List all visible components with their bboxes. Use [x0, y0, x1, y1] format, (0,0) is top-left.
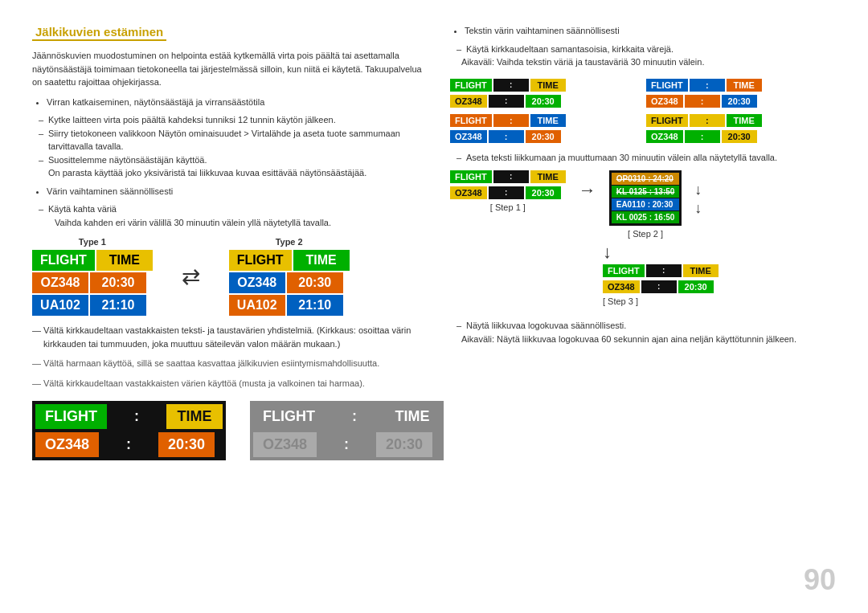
- black-board-time: TIME: [166, 404, 223, 429]
- step1-board: FLIGHT : TIME OZ348 : 20:30: [450, 170, 566, 199]
- type1-2110: 21:10: [90, 295, 146, 316]
- type2-flight-header: FLIGHT: [229, 250, 292, 271]
- warning1: Vältä kirkkaudeltaan vastakkaisten tekst…: [32, 324, 426, 350]
- step2-box: OP0310 : 24:20 KL 0125 : 13:50 EA0110 : …: [609, 170, 682, 239]
- s1-oz: OZ348: [450, 186, 487, 199]
- type2-block: Type 2 FLIGHT TIME OZ348 20:30 UA102 21:…: [229, 237, 350, 316]
- black-board-colon: :: [108, 404, 165, 429]
- type2-oz348: OZ348: [229, 272, 285, 293]
- s1-time: TIME: [530, 170, 566, 183]
- step1-to-step2-arrow: →: [579, 170, 596, 201]
- section2-list: Värin vaihtaminen säännöllisesti: [32, 185, 426, 198]
- s1-colon: :: [493, 170, 529, 183]
- b2-colon: :: [690, 79, 725, 92]
- section2-header: Värin vaihtaminen säännöllisesti: [47, 185, 426, 198]
- s1-colon2: :: [489, 186, 524, 199]
- b1-time2: 20:30: [526, 95, 561, 108]
- type2-2030: 20:30: [287, 272, 343, 293]
- swap-arrow: ⇄: [182, 264, 200, 290]
- black-board: FLIGHT : TIME OZ348 : 20:30: [32, 401, 226, 460]
- b3-colon2: :: [489, 130, 524, 143]
- color-rule-list: Tekstin värin vaihtaminen säännöllisesti: [450, 24, 836, 38]
- type2-time-header: TIME: [293, 250, 350, 271]
- b4-time: TIME: [727, 114, 762, 127]
- bottom-boards: FLIGHT : TIME OZ348 : 20:30 FLIGHT : TIM…: [32, 401, 426, 460]
- step-flow: FLIGHT : TIME OZ348 : 20:30 [ Step 1 ] →: [450, 170, 836, 239]
- b2-flight: FLIGHT: [646, 79, 688, 92]
- mini-board-3: FLIGHT : TIME OZ348 : 20:30: [450, 114, 640, 143]
- s3-colon: :: [646, 264, 682, 277]
- double-arrow1: ↓: [694, 182, 702, 198]
- double-arrow2: ↓: [694, 200, 702, 217]
- step3-board: FLIGHT : TIME OZ348 : 20:30: [603, 264, 719, 293]
- gray-board-flight: FLIGHT: [253, 404, 325, 429]
- logo-rule-section: Näytä liikkuvaa logokuvaa säännöllisesti…: [450, 319, 836, 345]
- b1-flight: FLIGHT: [450, 79, 492, 92]
- b4-oz: OZ348: [646, 130, 683, 143]
- b2-time: TIME: [727, 79, 762, 92]
- type2-2110: 21:10: [287, 295, 343, 316]
- section-title: Jälkikuvien estäminen: [32, 24, 166, 41]
- page-number: 90: [804, 563, 836, 597]
- section2-item2: Vaihda kahden eri värin välillä 30 minuu…: [32, 216, 426, 230]
- left-column: Jälkikuvien estäminen Jäännöskuvien muod…: [32, 24, 426, 589]
- b2-colon2: :: [685, 95, 720, 108]
- type2-board: FLIGHT TIME OZ348 20:30 UA102 21:10: [229, 250, 350, 316]
- b4-colon2: :: [685, 130, 720, 143]
- section1-item2: Siirry tietokoneen valikkoon Näytön omin…: [32, 127, 426, 153]
- boards-grid: FLIGHT : TIME OZ348 : 20:30 FLIGHT : TIM…: [450, 79, 836, 143]
- step2-to-step3-arrow: ↓: [603, 242, 612, 263]
- s3-oz: OZ348: [603, 280, 640, 293]
- step3-label: [ Step 3 ]: [603, 296, 638, 306]
- gray-board-oz348: OZ348: [253, 432, 317, 457]
- b3-time: TIME: [530, 114, 566, 127]
- black-board-flight: FLIGHT: [35, 404, 107, 429]
- b4-flight: FLIGHT: [646, 114, 688, 127]
- s3-2030: 20:30: [678, 280, 714, 293]
- b1-oz: OZ348: [450, 95, 487, 108]
- black-board-2030: 20:30: [158, 432, 215, 457]
- step3-block: ↓ FLIGHT : TIME OZ348 : 20:30 [ Step 3 ]: [603, 242, 836, 306]
- gray-board-colon2: :: [318, 432, 375, 457]
- s1-2030: 20:30: [526, 186, 561, 199]
- b3-time2: 20:30: [526, 130, 561, 143]
- s3-time: TIME: [683, 264, 719, 277]
- s1-flight: FLIGHT: [450, 170, 492, 183]
- arrows-col: ↓ ↓: [694, 170, 702, 217]
- b2-oz: OZ348: [646, 95, 683, 108]
- type1-time-header: TIME: [96, 250, 153, 271]
- gray-board: FLIGHT : TIME OZ348 : 20:30: [250, 401, 444, 460]
- mini-board-2: FLIGHT : TIME OZ348 : 20:30: [646, 79, 836, 108]
- type2-ua102: UA102: [229, 295, 285, 316]
- section1-item1: Kytke laitteen virta pois päältä kahdeks…: [32, 113, 426, 127]
- s2-line1: OP0310 : 24:20: [612, 173, 680, 185]
- black-board-oz348: OZ348: [35, 432, 99, 457]
- s2-line2: KL 0125 : 13:50: [612, 186, 680, 198]
- s2-line3: EA0110 : 20:30: [612, 198, 680, 210]
- b4-colon: :: [690, 114, 725, 127]
- b3-oz: OZ348: [450, 130, 487, 143]
- color-rule-detail: Aikaväli: Vaihda tekstin väriä ja tausta…: [450, 55, 836, 69]
- logo-rule-detail: Aikaväli: Näytä liikkuvaa logokuvaa 60 s…: [450, 333, 836, 346]
- step-rule-text: Aseta teksti liikkumaan ja muuttumaan 30…: [450, 151, 836, 165]
- color-rule-title: Tekstin värin vaihtaminen säännöllisesti: [465, 24, 836, 38]
- step1-box: FLIGHT : TIME OZ348 : 20:30 [ Step 1 ]: [450, 170, 566, 212]
- type-boards-row: Type 1 FLIGHT TIME OZ348 20:30 UA102 21:…: [32, 237, 426, 316]
- type1-2030: 20:30: [90, 272, 146, 293]
- gray-board-time: TIME: [384, 404, 440, 429]
- warning2: Vältä harmaan käyttöä, sillä se saattaa …: [32, 357, 426, 370]
- b4-time2: 20:30: [722, 130, 757, 143]
- section1-item3: Suosittelemme näytönsäästäjän käyttöä. O…: [32, 153, 426, 180]
- type1-flight-header: FLIGHT: [32, 250, 95, 271]
- s3-flight: FLIGHT: [603, 264, 645, 277]
- step2-label: [ Step 2 ]: [628, 229, 663, 239]
- color-rule-section: Tekstin värin vaihtaminen säännöllisesti…: [450, 24, 836, 69]
- b3-colon: :: [493, 114, 529, 127]
- type1-board: FLIGHT TIME OZ348 20:30 UA102 21:10: [32, 250, 153, 316]
- b3-flight: FLIGHT: [450, 114, 492, 127]
- type1-block: Type 1 FLIGHT TIME OZ348 20:30 UA102 21:…: [32, 237, 153, 316]
- section1-list: Virran katkaiseminen, näytönsäästäjä ja …: [32, 96, 426, 109]
- color-rule-sub: Käytä kirkkaudeltaan samantasoisia, kirk…: [450, 43, 836, 56]
- type1-oz348: OZ348: [32, 272, 88, 293]
- logo-rule-text: Näytä liikkuvaa logokuvaa säännöllisesti…: [450, 319, 836, 333]
